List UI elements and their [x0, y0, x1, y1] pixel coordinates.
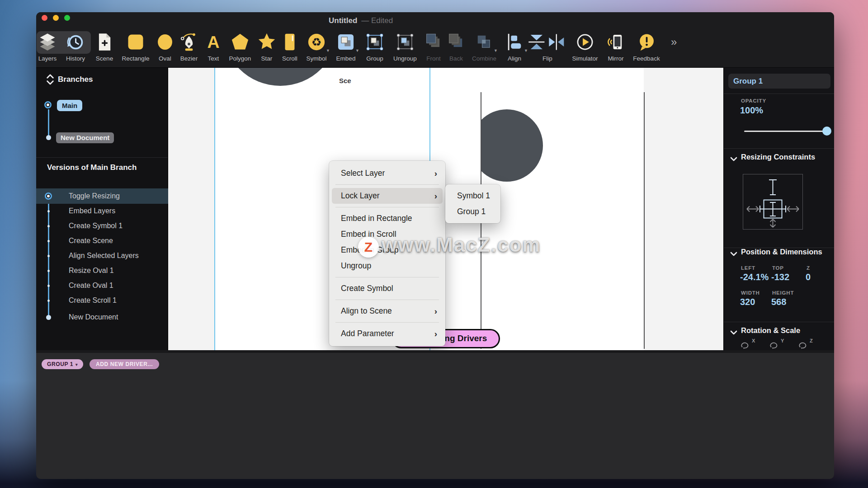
- chevron-down-icon[interactable]: [730, 328, 737, 333]
- toolbar-overflow-chevron-icon[interactable]: »: [671, 36, 675, 48]
- window-title: Untitled— Edited: [329, 16, 393, 25]
- version-node-icon: [47, 225, 50, 227]
- toolbar-item-simulator[interactable]: Simulator: [569, 31, 601, 66]
- width-value[interactable]: 320: [740, 297, 755, 307]
- z-label: Z: [807, 265, 810, 271]
- version-item-new-document[interactable]: New Document: [36, 310, 168, 325]
- toolbar-item-rectangle[interactable]: Rectangle: [119, 31, 152, 66]
- toolbar-item-label: Scene: [88, 55, 121, 62]
- minimize-button[interactable]: [53, 15, 59, 21]
- app-window: Untitled— Edited LayersHistorySceneRecta…: [36, 12, 834, 479]
- toolbar-item-label: Rectangle: [119, 55, 152, 62]
- menu-item-align-to-scene[interactable]: Align to Scene›: [332, 303, 443, 319]
- version-item-toggle-resizing[interactable]: Toggle Resizing: [36, 188, 168, 204]
- lock-layer-submenu: Symbol 1 Group 1: [445, 184, 500, 223]
- chevron-right-icon: ›: [434, 303, 437, 319]
- menu-item-select-layer[interactable]: Select Layer›: [332, 165, 443, 181]
- titlebar: Untitled— Edited: [36, 12, 834, 29]
- context-menu: Select Layer›Lock Layer›Embed in Rectang…: [329, 161, 445, 346]
- opacity-value: 100%: [740, 105, 763, 116]
- canvas[interactable]: Sce Stop Editing Drivers Select Layer›Lo…: [168, 68, 723, 350]
- toolbar-item-label: Simulator: [569, 55, 601, 62]
- left-value[interactable]: -24.1%: [740, 272, 769, 282]
- menu-item-create-symbol[interactable]: Create Symbol: [332, 281, 443, 296]
- menu-item-add-parameter[interactable]: Add Parameter›: [332, 326, 443, 342]
- branch-origin-node-icon[interactable]: [46, 135, 51, 140]
- sort-chevrons-icon[interactable]: [45, 74, 55, 85]
- menu-item-label: Embed in Scroll: [341, 230, 396, 239]
- rotate-x-icon[interactable]: X: [739, 339, 762, 350]
- toolbar-item-mirror[interactable]: Mirror: [599, 31, 632, 66]
- version-item-align-selected-layers[interactable]: Align Selected Layers: [36, 248, 168, 263]
- toolbar-item-scene[interactable]: Scene: [88, 31, 121, 66]
- menu-separator: [335, 322, 439, 323]
- version-item-create-symbol-1[interactable]: Create Symbol 1: [36, 218, 168, 234]
- close-button[interactable]: [42, 15, 47, 21]
- layers-icon: [38, 32, 57, 52]
- toolbar-item-label: Embed: [330, 55, 362, 62]
- toolbar-item-flip[interactable]: Flip: [525, 31, 570, 66]
- layer-name-input[interactable]: Group 1: [728, 74, 830, 89]
- rotation-scale-header[interactable]: Rotation & Scale: [741, 326, 800, 335]
- chevron-down-icon[interactable]: [730, 250, 737, 254]
- ungroup-icon: [395, 32, 415, 52]
- opacity-slider-track[interactable]: [744, 131, 829, 132]
- svg-text:A: A: [207, 33, 219, 52]
- top-value[interactable]: -132: [771, 272, 789, 282]
- drivers-panel: ADD NEW DRIVER... GROUP 1▾: [36, 350, 834, 479]
- menu-item-ungroup[interactable]: Ungroup: [332, 258, 443, 274]
- version-item-create-scroll-1[interactable]: Create Scroll 1: [36, 293, 168, 308]
- toolbar-item-ungroup[interactable]: Ungroup: [389, 31, 421, 66]
- toolbar-item-feedback[interactable]: Feedback: [630, 31, 663, 66]
- zoom-button[interactable]: [64, 15, 70, 21]
- menu-item-lock-layer[interactable]: Lock Layer›: [332, 188, 443, 204]
- chevron-down-icon[interactable]: [730, 155, 737, 160]
- add-new-driver-button[interactable]: ADD NEW DRIVER...: [90, 359, 159, 369]
- z-value[interactable]: 0: [806, 272, 811, 282]
- menu-item-embed-in-rectangle[interactable]: Embed in Rectangle: [332, 211, 443, 226]
- submenu-item-symbol-1[interactable]: Symbol 1: [448, 188, 498, 204]
- menu-separator: [335, 207, 439, 207]
- toolbar: LayersHistorySceneRectangleOvalBezierATe…: [36, 29, 834, 68]
- svg-text:♻: ♻: [311, 36, 322, 48]
- menu-item-label: Ungroup: [341, 261, 371, 270]
- opacity-slider-knob[interactable]: [822, 127, 831, 136]
- submenu-item-group-1[interactable]: Group 1: [448, 204, 498, 220]
- bezier-icon: [179, 32, 199, 52]
- version-node-icon: [47, 300, 50, 302]
- menu-item-label: Create Symbol: [341, 284, 393, 293]
- left-label: LEFT: [741, 265, 755, 271]
- menu-item-label: Embed in Rectangle: [341, 214, 412, 223]
- branch-main-pill[interactable]: Main: [57, 100, 82, 111]
- version-item-create-oval-1[interactable]: Create Oval 1: [36, 278, 168, 293]
- menu-item-label: Align to Scene: [341, 306, 392, 315]
- branch-timeline: [48, 109, 49, 137]
- version-node-icon: [47, 285, 50, 287]
- toolbar-item-embed[interactable]: ▼Embed: [330, 31, 362, 66]
- symbol-icon: ♻: [307, 32, 326, 52]
- branch-node-icon[interactable]: [44, 101, 52, 108]
- rotate-y-icon[interactable]: Y: [768, 339, 791, 350]
- driver-group-selector[interactable]: GROUP 1▾: [42, 359, 83, 369]
- resizing-constraints-header[interactable]: Resizing Constraints: [741, 153, 815, 161]
- oval-layer[interactable]: [481, 109, 543, 182]
- caret-down-icon: ▾: [75, 362, 78, 367]
- branch-origin-pill[interactable]: New Document: [56, 132, 114, 143]
- phone-artboard[interactable]: [481, 92, 571, 250]
- height-value[interactable]: 568: [771, 297, 786, 307]
- version-item-resize-oval-1[interactable]: Resize Oval 1: [36, 263, 168, 278]
- position-dimensions-header[interactable]: Position & Dimensions: [741, 248, 822, 256]
- toolbar-item-history[interactable]: History: [59, 31, 92, 66]
- toolbar-item-group[interactable]: Group: [359, 31, 391, 66]
- menu-item-embed-in-group[interactable]: Embed in Group: [332, 242, 443, 258]
- flip-icon: [528, 32, 567, 52]
- toolbar-item-symbol[interactable]: ♻▼Symbol: [300, 31, 333, 66]
- version-item-create-scene[interactable]: Create Scene: [36, 233, 168, 249]
- version-item-embed-layers[interactable]: Embed Layers: [36, 203, 168, 219]
- version-label: Create Scene: [69, 233, 113, 249]
- resizing-constraints-diagram[interactable]: [743, 174, 803, 230]
- version-node-icon: [47, 270, 50, 272]
- rotate-z-icon[interactable]: Z: [797, 339, 820, 350]
- menu-item-embed-in-scroll[interactable]: Embed in Scroll: [332, 226, 443, 242]
- opacity-label: OPACITY: [741, 98, 766, 103]
